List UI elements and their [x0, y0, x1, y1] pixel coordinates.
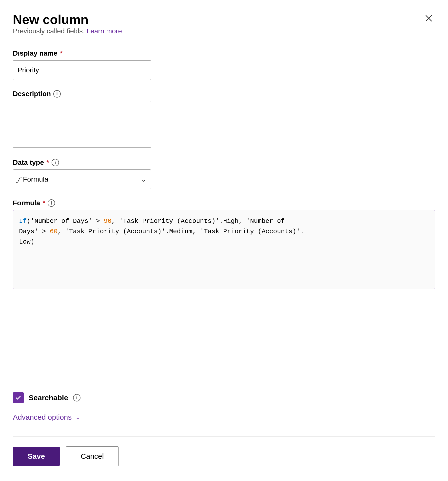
formula-label: Formula * i — [13, 199, 435, 207]
display-name-input[interactable] — [13, 60, 151, 80]
dialog-header: New column Previously called fields. Lea… — [13, 12, 435, 47]
dialog-title: New column — [13, 12, 122, 27]
save-button[interactable]: Save — [13, 447, 60, 466]
button-row: Save Cancel — [13, 446, 435, 466]
learn-more-link[interactable]: Learn more — [87, 27, 122, 35]
cancel-button[interactable]: Cancel — [66, 446, 119, 466]
formula-info-icon[interactable]: i — [48, 199, 55, 207]
display-name-label: Display name * — [13, 49, 435, 57]
fx-icon: 𝑓 — [18, 175, 19, 184]
searchable-row: Searchable i — [13, 392, 435, 403]
searchable-info-icon[interactable]: i — [73, 394, 80, 401]
advanced-options-chevron-icon: ⌄ — [75, 414, 80, 421]
close-button[interactable] — [422, 12, 435, 25]
data-type-info-icon[interactable]: i — [52, 159, 59, 166]
description-info-icon[interactable]: i — [53, 90, 61, 98]
divider — [13, 436, 435, 437]
formula-group: Formula * i If('Number of Days' > 90, 'T… — [13, 199, 435, 382]
description-input[interactable] — [13, 101, 151, 148]
formula-input[interactable]: If('Number of Days' > 90, 'Task Priority… — [13, 210, 435, 289]
formula-required-star: * — [42, 199, 45, 207]
chevron-down-icon: ⌄ — [141, 176, 146, 183]
title-block: New column Previously called fields. Lea… — [13, 12, 122, 47]
formula-text: If('Number of Days' > 90, 'Task Priority… — [19, 217, 304, 245]
advanced-options-label: Advanced options — [13, 413, 72, 421]
required-star: * — [60, 49, 63, 57]
dialog-subtitle: Previously called fields. Learn more — [13, 27, 122, 35]
data-type-required-star: * — [46, 159, 49, 167]
data-type-label: Data type * i — [13, 159, 435, 167]
description-group: Description i — [13, 90, 435, 149]
data-type-group: Data type * i 𝑓 Formula ⌄ — [13, 159, 435, 189]
description-label: Description i — [13, 90, 435, 98]
searchable-label: Searchable — [29, 394, 68, 402]
display-name-group: Display name * — [13, 49, 435, 80]
new-column-dialog: New column Previously called fields. Lea… — [0, 0, 448, 481]
data-type-select[interactable]: 𝑓 Formula ⌄ — [13, 169, 151, 189]
advanced-options-row[interactable]: Advanced options ⌄ — [13, 413, 435, 421]
searchable-checkbox[interactable] — [13, 392, 24, 403]
data-type-value: Formula — [23, 175, 141, 183]
